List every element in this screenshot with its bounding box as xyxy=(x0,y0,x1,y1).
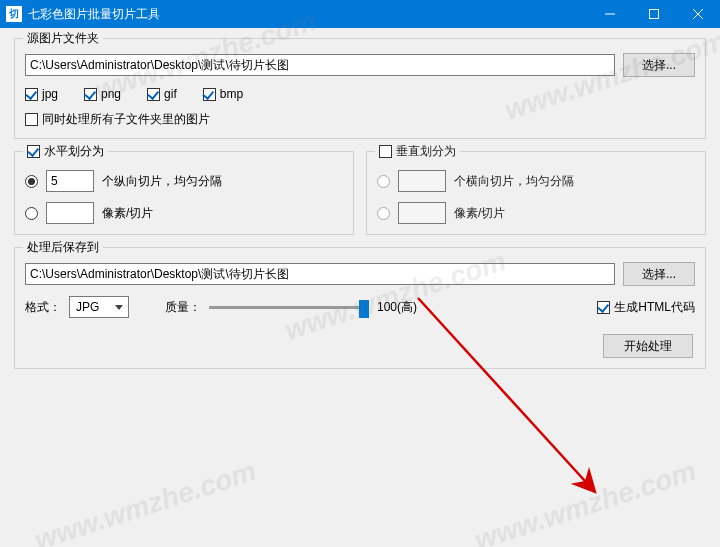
svg-rect-1 xyxy=(650,10,659,19)
checkbox-icon xyxy=(597,301,610,314)
watermark: www.wmzhe.com xyxy=(471,455,700,547)
radio-icon xyxy=(25,207,38,220)
source-select-button[interactable]: 选择... xyxy=(623,53,695,77)
checkbox-icon xyxy=(203,88,216,101)
checkbox-icon xyxy=(147,88,160,101)
subfolder-checkbox[interactable]: 同时处理所有子文件夹里的图片 xyxy=(25,111,210,128)
gen-html-checkbox[interactable]: 生成HTML代码 xyxy=(597,299,695,316)
format-gif-checkbox[interactable]: gif xyxy=(147,87,177,101)
checkbox-icon xyxy=(27,145,40,158)
vsplit-pixel-label: 像素/切片 xyxy=(454,205,505,222)
output-path-input[interactable] xyxy=(25,263,615,285)
radio-icon xyxy=(25,175,38,188)
source-path-input[interactable] xyxy=(25,54,615,76)
checkbox-icon xyxy=(25,113,38,126)
watermark: www.wmzhe.com xyxy=(31,455,260,547)
vsplit-count-radio[interactable] xyxy=(377,175,390,188)
slider-thumb-icon xyxy=(359,300,369,318)
output-select-button[interactable]: 选择... xyxy=(623,262,695,286)
horizontal-split-enable-checkbox[interactable]: 水平划分为 xyxy=(27,143,104,160)
gen-html-label: 生成HTML代码 xyxy=(614,299,695,316)
checkbox-icon xyxy=(379,145,392,158)
format-jpg-label: jpg xyxy=(42,87,58,101)
hsplit-count-label: 个纵向切片，均匀分隔 xyxy=(102,173,222,190)
quality-slider[interactable] xyxy=(209,297,369,317)
horizontal-split-label: 水平划分为 xyxy=(44,143,104,160)
hsplit-count-input[interactable] xyxy=(46,170,94,192)
vsplit-count-label: 个横向切片，均匀分隔 xyxy=(454,173,574,190)
hsplit-pixel-radio[interactable] xyxy=(25,207,38,220)
close-button[interactable] xyxy=(676,0,720,28)
hsplit-count-radio[interactable] xyxy=(25,175,38,188)
vsplit-pixel-input[interactable] xyxy=(398,202,446,224)
vertical-split-label: 垂直划分为 xyxy=(396,143,456,160)
hsplit-pixel-input[interactable] xyxy=(46,202,94,224)
checkbox-icon xyxy=(84,88,97,101)
app-icon: 切 xyxy=(6,6,22,22)
output-group: 处理后保存到 选择... 格式： JPG 质量： 100(高) 生成HTML代码… xyxy=(14,247,706,369)
minimize-button[interactable] xyxy=(588,0,632,28)
format-png-checkbox[interactable]: png xyxy=(84,87,121,101)
checkbox-icon xyxy=(25,88,38,101)
format-png-label: png xyxy=(101,87,121,101)
format-bmp-label: bmp xyxy=(220,87,243,101)
maximize-button[interactable] xyxy=(632,0,676,28)
output-group-label: 处理后保存到 xyxy=(23,239,103,256)
start-button[interactable]: 开始处理 xyxy=(603,334,693,358)
format-select[interactable]: JPG xyxy=(69,296,129,318)
vertical-split-group: 垂直划分为 个横向切片，均匀分隔 像素/切片 xyxy=(366,151,706,235)
title-bar: 切 七彩色图片批量切片工具 xyxy=(0,0,720,28)
format-select-value: JPG xyxy=(76,300,99,314)
quality-label: 质量： xyxy=(165,299,201,316)
quality-value: 100(高) xyxy=(377,299,417,316)
format-jpg-checkbox[interactable]: jpg xyxy=(25,87,58,101)
format-label: 格式： xyxy=(25,299,61,316)
source-group-label: 源图片文件夹 xyxy=(23,30,103,47)
vertical-split-enable-checkbox[interactable]: 垂直划分为 xyxy=(379,143,456,160)
source-group: 源图片文件夹 选择... jpg png gif bmp 同时处理所有子文件夹里… xyxy=(14,38,706,139)
radio-icon xyxy=(377,175,390,188)
subfolder-label: 同时处理所有子文件夹里的图片 xyxy=(42,111,210,128)
vsplit-pixel-radio[interactable] xyxy=(377,207,390,220)
hsplit-pixel-label: 像素/切片 xyxy=(102,205,153,222)
format-gif-label: gif xyxy=(164,87,177,101)
window-title: 七彩色图片批量切片工具 xyxy=(28,6,588,23)
radio-icon xyxy=(377,207,390,220)
format-bmp-checkbox[interactable]: bmp xyxy=(203,87,243,101)
vsplit-count-input[interactable] xyxy=(398,170,446,192)
horizontal-split-group: 水平划分为 个纵向切片，均匀分隔 像素/切片 xyxy=(14,151,354,235)
